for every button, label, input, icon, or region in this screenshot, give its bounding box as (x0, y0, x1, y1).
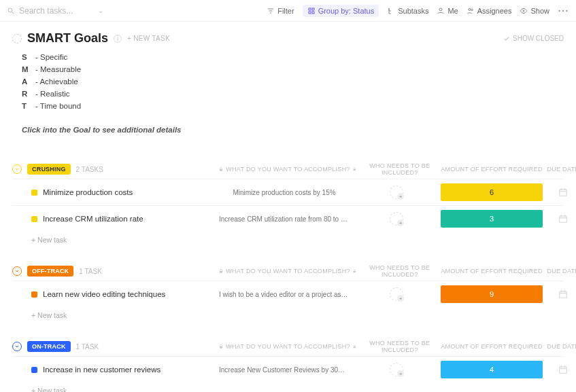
more-icon[interactable]: ⋯ (558, 4, 569, 17)
assignees-button[interactable]: Assignees (467, 7, 512, 15)
page-title: SMART Goals (27, 31, 108, 46)
task-row[interactable]: Learn new video editing techniques I wis… (12, 281, 564, 307)
filter-button[interactable]: Filter (267, 7, 294, 15)
subtasks-icon (387, 7, 395, 15)
search-wrap: ⌄ (7, 6, 116, 16)
me-button[interactable]: Me (437, 7, 458, 15)
smart-word: - Specific (35, 51, 67, 63)
group: ON-TRACK 1 TASK WHAT DO YOU WANT TO ACCO… (12, 337, 564, 392)
group-by-label: Group by: Status (318, 7, 375, 15)
assignee-cell[interactable] (352, 287, 441, 301)
col-included: WHO NEEDS TO BE INCLUDED? (352, 162, 441, 176)
info-icon[interactable]: i (114, 35, 122, 43)
due-date-cell[interactable] (543, 289, 576, 300)
group-header: OFF-TRACK 1 TASK WHAT DO YOU WANT TO ACC… (12, 262, 564, 281)
svg-rect-5 (309, 8, 311, 10)
svg-rect-14 (354, 169, 356, 171)
effort-badge: 3 (441, 210, 543, 228)
show-closed-button[interactable]: SHOW CLOSED (503, 35, 564, 42)
smart-word: - Measurable (35, 63, 81, 75)
new-task-row[interactable]: + New task (12, 307, 564, 323)
new-task-button[interactable]: + NEW TASK (127, 35, 170, 42)
smart-row: A- Achievable (22, 75, 564, 88)
svg-point-10 (469, 8, 471, 10)
due-date-cell[interactable] (543, 213, 576, 224)
col-accomplish: WHAT DO YOU WANT TO ACCOMPLISH? (216, 166, 352, 173)
search-input[interactable] (19, 6, 94, 16)
col-effort: AMOUNT OF EFFORT REQUIRED (441, 343, 543, 350)
task-accomplish: Increase New Customer Reviews by 30% Yea… (216, 366, 352, 374)
me-label: Me (447, 7, 458, 15)
search-icon (7, 7, 15, 15)
task-name: Increase in new customer reviews (43, 366, 160, 374)
status-pill[interactable]: CRUSHING (27, 164, 71, 175)
new-task-row[interactable]: + New task (12, 382, 564, 392)
title-row: SMART Goals i + NEW TASK SHOW CLOSED (12, 31, 564, 46)
new-task-row[interactable]: + New task (12, 232, 564, 248)
task-accomplish: I wish to be a video editor or a project… (216, 291, 352, 298)
effort-badge: 4 (441, 361, 543, 378)
effort-badge: 9 (441, 285, 543, 303)
svg-point-9 (439, 8, 442, 11)
group: OFF-TRACK 1 TASK WHAT DO YOU WANT TO ACC… (12, 262, 564, 323)
svg-rect-23 (220, 271, 222, 273)
eye-icon (520, 7, 528, 15)
status-square-icon (31, 190, 37, 196)
show-label: Show (530, 7, 549, 15)
svg-rect-31 (560, 367, 567, 373)
header: SMART Goals i + NEW TASK SHOW CLOSED S- … (0, 22, 576, 139)
smart-row: T- Time bound (22, 100, 564, 112)
task-row[interactable]: Minimize production costs Minimize produ… (12, 179, 564, 205)
show-button[interactable]: Show (520, 7, 549, 15)
task-name: Learn new video editing techniques (43, 290, 165, 298)
add-assignee-icon[interactable] (390, 287, 403, 301)
group-icon (307, 7, 316, 15)
collapse-toggle[interactable] (12, 266, 22, 276)
people-icon (467, 7, 475, 15)
svg-rect-29 (220, 346, 222, 349)
add-assignee-icon[interactable] (390, 185, 403, 199)
task-row[interactable]: Increase CRM utilization rate Increase C… (12, 205, 564, 232)
col-effort: AMOUNT OF EFFORT REQUIRED (441, 166, 543, 173)
assignee-cell[interactable] (352, 363, 441, 376)
assignee-cell[interactable] (352, 212, 441, 226)
task-row[interactable]: Increase in new customer reviews Increas… (12, 356, 564, 382)
task-accomplish: Minimize production costs by 15% (216, 189, 352, 196)
due-date-cell[interactable] (543, 364, 576, 375)
due-date-cell[interactable] (543, 187, 576, 198)
smart-letter: A (22, 75, 30, 88)
svg-rect-30 (354, 346, 356, 348)
smart-row: S- Specific (22, 51, 564, 63)
task-count: 1 TASK (79, 268, 102, 275)
smart-word: - Realistic (35, 88, 69, 100)
svg-point-0 (8, 8, 12, 12)
assignee-cell[interactable] (352, 185, 441, 199)
groups-container: CRUSHING 2 TASKS WHAT DO YOU WANT TO ACC… (0, 139, 576, 392)
group-by-button[interactable]: Group by: Status (303, 5, 379, 17)
topbar: ⌄ Filter Group by: Status Subtasks Me As… (0, 0, 576, 22)
svg-line-1 (12, 12, 14, 14)
add-assignee-icon[interactable] (390, 212, 403, 226)
collapse-toggle[interactable] (12, 164, 22, 174)
status-pill[interactable]: ON-TRACK (27, 341, 71, 352)
filter-icon (267, 7, 275, 15)
smart-word: - Achievable (35, 75, 78, 88)
status-square-icon (31, 367, 37, 373)
group: CRUSHING 2 TASKS WHAT DO YOU WANT TO ACC… (12, 160, 564, 248)
smart-row: R- Realistic (22, 88, 564, 100)
chevron-down-icon[interactable]: ⌄ (98, 7, 103, 14)
smart-letter: M (22, 63, 30, 75)
group-header: ON-TRACK 1 TASK WHAT DO YOU WANT TO ACCO… (12, 337, 564, 356)
add-assignee-icon[interactable] (390, 363, 403, 376)
smart-word: - Time bound (35, 100, 81, 112)
smart-list: S- SpecificM- MeasurableA- AchievableR- … (22, 51, 564, 112)
collapse-toggle[interactable] (12, 342, 22, 351)
svg-rect-25 (560, 291, 567, 298)
status-pill[interactable]: OFF-TRACK (27, 266, 73, 277)
smart-letter: R (22, 88, 30, 100)
svg-point-11 (471, 9, 473, 11)
svg-rect-13 (220, 169, 222, 171)
assignees-label: Assignees (477, 7, 512, 15)
svg-rect-7 (309, 12, 311, 14)
subtasks-button[interactable]: Subtasks (387, 7, 428, 15)
